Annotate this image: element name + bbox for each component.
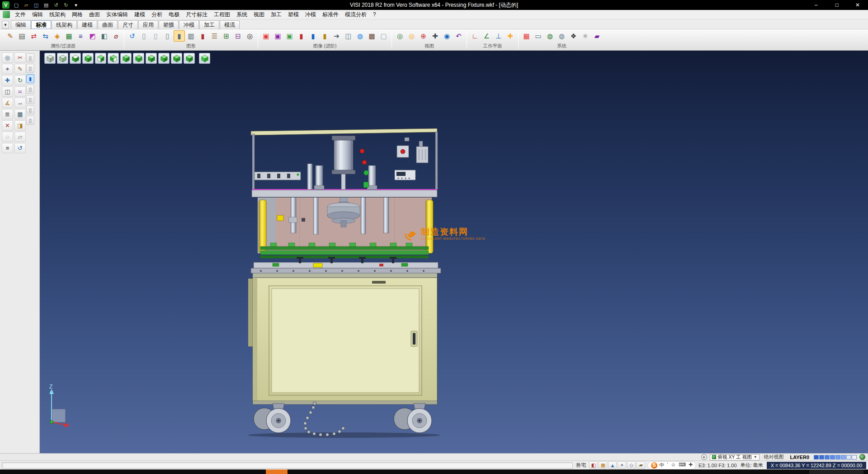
visibility-toggle-1[interactable]: ▯ [26, 53, 34, 62]
delete-icon[interactable]: ✕ [2, 120, 13, 131]
graphics-search-icon[interactable]: ◎ [244, 30, 255, 42]
zoom-window-icon[interactable]: ◎ [394, 30, 406, 42]
snap-label[interactable]: 拴宅 [575, 462, 587, 469]
attributes-report-icon[interactable]: ▤ [16, 30, 28, 42]
visibility-toggle-5[interactable]: ▯ [26, 95, 34, 104]
shaded-edges-icon[interactable]: ▥ [185, 30, 197, 42]
layer-segment[interactable] [841, 455, 846, 460]
menu-item[interactable]: 视图 [250, 10, 268, 19]
maximize-button[interactable]: □ [826, 0, 847, 10]
redo-icon[interactable]: ↻ [61, 1, 71, 9]
minimize-button[interactable]: – [806, 0, 826, 10]
status-ucs-icon[interactable]: ⌖ [618, 461, 626, 469]
render-cylinder-blue-icon[interactable]: ▮ [307, 30, 319, 42]
ime-key[interactable]: 中 [659, 462, 664, 469]
redraw-icon[interactable]: ↺ [127, 30, 138, 42]
render-cylinder-gold-icon[interactable]: ▮ [319, 30, 330, 42]
measure-angle-icon[interactable]: ∡ [2, 98, 13, 108]
view-top-button[interactable] [70, 53, 81, 64]
paint-icon[interactable]: ◨ [14, 120, 26, 131]
status-render-icon[interactable]: ▰ [637, 461, 645, 469]
menu-item[interactable]: 实体编辑 [103, 10, 131, 19]
tab[interactable]: 建模 [77, 20, 97, 29]
layer-segment[interactable] [825, 455, 830, 460]
status-lock-icon[interactable]: ◧ [589, 461, 598, 469]
close-button[interactable]: ✕ [847, 0, 868, 10]
menu-item[interactable]: 网格 [69, 10, 86, 19]
globe-icon[interactable] [859, 454, 865, 460]
filter-elements-icon[interactable]: ▦ [63, 30, 75, 42]
tab[interactable]: 冲模 [179, 20, 199, 29]
view-iso3-button[interactable] [171, 53, 182, 64]
status-osnap-icon[interactable]: ▲ [608, 461, 617, 469]
new-file-icon[interactable]: ▢ [12, 1, 21, 9]
graphics-viewport[interactable]: 制造资料网 EXCELLENT MANUFACTURING DATA Z [40, 51, 868, 453]
tab[interactable]: 曲面 [98, 20, 118, 29]
visibility-toggle-7[interactable]: ▯ [26, 116, 34, 125]
tab[interactable]: 加工 [199, 20, 219, 29]
tab[interactable]: 编辑 [11, 20, 31, 29]
render-material-icon[interactable]: ▣ [284, 30, 295, 42]
view-iso2-button[interactable] [158, 53, 170, 64]
ghost-icon[interactable]: ▱ [14, 132, 26, 142]
model-control-boxes[interactable] [395, 137, 428, 180]
view-iso-shaded-button[interactable] [199, 53, 210, 64]
notes-icon[interactable]: ≡ [2, 143, 13, 153]
view-iso1-button[interactable] [146, 53, 157, 64]
ime-key[interactable]: ☺ [671, 462, 676, 469]
graphics-box-icon[interactable]: ⊟ [232, 30, 244, 42]
view-front-button[interactable] [95, 53, 106, 64]
units-label[interactable]: 单位: 毫米 [739, 462, 764, 469]
pencil-edit-icon[interactable]: ✎ [14, 64, 26, 74]
tab-dropdown-icon[interactable]: ▼ [2, 21, 9, 29]
filter-color-icon[interactable]: ◩ [87, 30, 98, 42]
move-icon[interactable]: ✚ [2, 75, 13, 85]
wireframe-icon[interactable]: ▯ [138, 30, 150, 42]
shaded-icon[interactable]: ▮ [174, 30, 185, 42]
menu-item[interactable]: 曲面 [86, 10, 103, 19]
system-snap-icon[interactable]: ✳ [580, 30, 591, 42]
dimension-icon[interactable]: ↔ [14, 98, 26, 108]
layer-segment[interactable] [835, 455, 840, 460]
menu-item[interactable]: 文件 [12, 10, 29, 19]
view-previous-icon[interactable]: ↶ [453, 30, 464, 42]
layers-icon[interactable]: ≣ [2, 109, 13, 119]
ime-key[interactable]: ⌨ [679, 462, 686, 469]
print-icon[interactable]: ▤ [42, 1, 51, 9]
tab[interactable]: 塑膜 [159, 20, 179, 29]
current-layer-label[interactable]: LAYER0 [788, 455, 811, 460]
menu-item[interactable]: 线架构 [46, 10, 69, 19]
graphics-list-icon[interactable]: ☰ [209, 30, 220, 42]
system-cad-link-icon[interactable]: ▰ [591, 30, 603, 42]
model-upper-deck[interactable] [252, 189, 437, 197]
undo-icon[interactable]: ↺ [52, 1, 61, 9]
layer-segment[interactable] [830, 455, 835, 460]
regen-icon[interactable]: ↺ [14, 143, 26, 153]
menu-item[interactable]: 编辑 [29, 10, 46, 19]
mirror-icon[interactable]: ◫ [2, 86, 13, 97]
filter-type-icon[interactable]: ◧ [99, 30, 110, 42]
visibility-toggle-6[interactable]: ▯ [26, 105, 34, 114]
view-back-button[interactable] [108, 53, 119, 64]
model-indicator-lights[interactable] [360, 149, 369, 188]
render-texture-icon[interactable]: ▣ [272, 30, 283, 42]
workplane-xy-icon[interactable]: ∟ [469, 30, 481, 42]
system-monitor-icon[interactable]: ▭ [533, 30, 544, 42]
filter-reset-icon[interactable]: ⌀ [110, 30, 122, 42]
swap-attributes-icon[interactable]: ⇄ [28, 30, 39, 42]
hidden-dashed-icon[interactable]: ▯ [162, 30, 173, 42]
menu-item[interactable]: 塑模 [285, 10, 302, 19]
graphics-add-icon[interactable]: ⊞ [221, 30, 232, 42]
quick-access-dropdown-icon[interactable]: ▾ [71, 1, 80, 9]
menu-item[interactable]: 加工 [268, 10, 285, 19]
hide-icon[interactable]: ◌ [2, 132, 13, 142]
model-clamp-blocks[interactable] [255, 172, 301, 180]
copy-attributes-icon[interactable]: ⇆ [40, 30, 51, 42]
menu-item[interactable]: 冲模 [302, 10, 319, 19]
menu-item[interactable]: 建模 [131, 10, 148, 19]
pressing-fixture-model[interactable] [245, 127, 447, 439]
view-dynamic-button[interactable] [57, 53, 68, 64]
system-colors-icon[interactable]: ▦ [521, 30, 532, 42]
view-previous-button[interactable] [44, 53, 56, 64]
menu-item[interactable]: 系统 [233, 10, 250, 19]
